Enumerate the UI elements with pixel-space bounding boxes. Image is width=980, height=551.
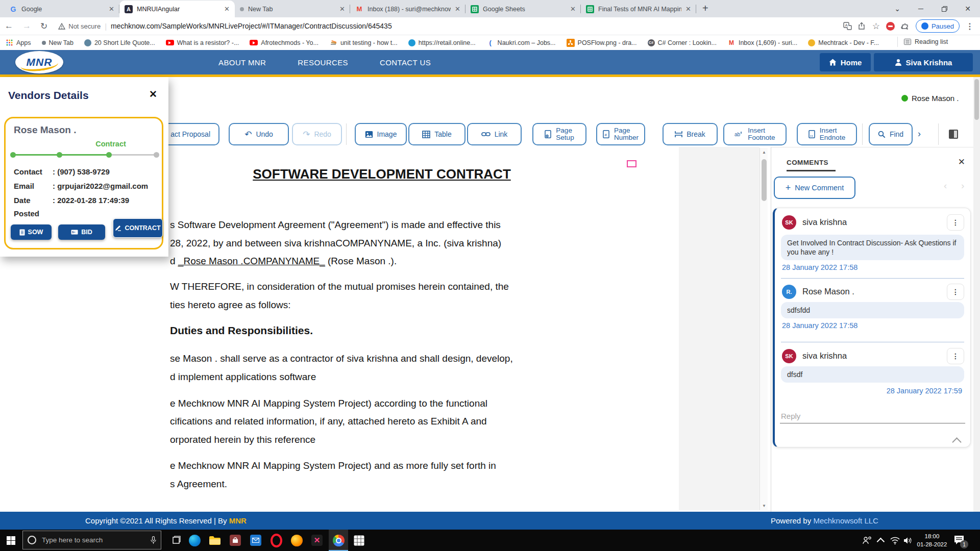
cortana-icon[interactable] [28, 536, 36, 544]
document-scrollbar[interactable]: ▲ ▼ [760, 148, 768, 510]
start-button[interactable] [4, 534, 17, 547]
nav-resources[interactable]: RESOURCES [298, 58, 348, 67]
mnr-logo[interactable]: MNR [15, 51, 63, 73]
tab-close-icon[interactable]: ✕ [339, 5, 345, 13]
new-tab-button[interactable]: + [702, 3, 708, 14]
comment-date[interactable]: 28 January 2022 17:59 [887, 387, 962, 395]
tab-close-icon[interactable]: ✕ [455, 5, 460, 13]
bookmark-posflow[interactable]: POSFlow.png - dra... [567, 39, 637, 47]
footer-brand-link[interactable]: MNR [229, 516, 247, 525]
comments-close-icon[interactable]: ✕ [958, 157, 965, 167]
url-text[interactable]: mechknow.com/SampleWorks/MNRLiveProject/… [111, 22, 392, 30]
toolbar-more-chevron-icon[interactable]: › [918, 129, 921, 139]
bookmark-resistor-video[interactable]: What is a resistor? -... [166, 39, 239, 46]
break-button[interactable]: Break [663, 123, 718, 145]
back-icon[interactable]: ← [5, 21, 13, 31]
new-comment-button[interactable]: + New Comment [774, 177, 855, 199]
taskbar-search-input[interactable] [41, 536, 151, 544]
bookmark-retail-online[interactable]: https://retail.online... [408, 39, 476, 46]
not-secure-warning[interactable]: Not secure [58, 22, 101, 30]
window-restore-button[interactable] [934, 0, 954, 17]
notification-center-icon[interactable]: 1 [952, 533, 966, 546]
firefox-icon[interactable] [290, 534, 303, 547]
sow-button[interactable]: SOW [11, 224, 52, 240]
tab-new-tab[interactable]: New Tab ✕ [235, 1, 350, 17]
comment-date[interactable]: 28 January 2022 17:58 [782, 321, 857, 330]
collapse-chevron-icon[interactable] [952, 437, 961, 446]
reading-list-button[interactable]: Reading list [903, 38, 948, 46]
mic-icon[interactable] [151, 536, 156, 544]
bookmark-apps[interactable]: Apps [5, 39, 31, 47]
tab-search-chevron-icon[interactable]: ⌄ [887, 0, 908, 17]
vendors-close-icon[interactable]: ✕ [149, 88, 157, 100]
wifi-icon[interactable] [888, 534, 901, 547]
bookmark-star-icon[interactable]: ☆ [872, 21, 880, 32]
comment-menu-icon[interactable]: ⋮ [947, 284, 964, 300]
comment-menu-icon[interactable]: ⋮ [947, 214, 964, 231]
opera-icon[interactable] [270, 534, 283, 547]
insert-footnote-button[interactable]: ab InsertFootnote [723, 123, 787, 145]
bookmark-mechtrack[interactable]: Mechtrack - Dev - F... [808, 39, 879, 46]
reload-icon[interactable]: ↻ [40, 21, 47, 32]
tab-google[interactable]: G Google ✕ [4, 1, 119, 17]
bid-button[interactable]: $= BID [58, 224, 105, 240]
taskbar-search[interactable] [22, 531, 161, 549]
bookmark-afrotechmods[interactable]: Afrotechmods - Yo... [250, 39, 318, 46]
adblock-extension-icon[interactable] [886, 22, 895, 31]
bookmark-naukri[interactable]: ( Naukri.com – Jobs... [486, 39, 556, 47]
redo-button[interactable]: ↷ Redo [292, 123, 342, 145]
people-icon[interactable] [861, 534, 874, 547]
bookmark-quotes[interactable]: 20 Short Life Quote... [84, 39, 155, 46]
tab-close-icon[interactable]: ✕ [109, 5, 114, 13]
browser-menu-icon[interactable]: ⋮ [966, 21, 974, 31]
link-button[interactable]: Link [467, 123, 522, 145]
x-app-icon[interactable]: ✕ [310, 534, 324, 547]
translate-icon[interactable]: A [843, 22, 852, 31]
share-icon[interactable] [858, 22, 866, 30]
reply-input[interactable] [780, 409, 965, 423]
window-minimize-button[interactable]: ─ [911, 0, 931, 17]
user-button[interactable]: Siva Krishna [874, 53, 973, 71]
file-explorer-icon[interactable] [208, 534, 222, 547]
table-button[interactable]: Table [408, 123, 465, 145]
bookmark-gmail-inbox[interactable]: M Inbox (1,609) - suri... [727, 39, 797, 47]
tray-expand-chevron-icon[interactable] [875, 534, 888, 547]
nav-contact-us[interactable]: CONTACT US [380, 58, 431, 67]
page-scrollbar[interactable] [973, 77, 980, 512]
comment-anchor-marker[interactable] [627, 160, 636, 167]
tab-final-tests[interactable]: Final Tests of MNR AI Mapping S ✕ [581, 1, 696, 17]
scroll-up-icon[interactable]: ▲ [760, 150, 768, 155]
comments-next-icon[interactable]: › [961, 180, 964, 191]
taskbar-clock[interactable]: 18:00 01-28-2022 [916, 532, 948, 548]
volume-icon[interactable] [901, 534, 915, 547]
scroll-down-icon[interactable]: ▼ [760, 504, 768, 508]
find-button[interactable]: Find [869, 123, 913, 145]
extensions-puzzle-icon[interactable] [901, 22, 910, 31]
tab-close-icon[interactable]: ✕ [224, 5, 230, 13]
powered-by-brand[interactable]: Mechknowsoft LLC [813, 516, 878, 525]
page-scrollbar-thumb[interactable] [974, 79, 979, 120]
insert-endnote-button[interactable]: InsertEndnote [797, 123, 857, 145]
store-icon[interactable] [229, 534, 242, 547]
chrome-icon[interactable] [332, 534, 345, 547]
comments-prev-icon[interactable]: ‹ [944, 180, 947, 191]
image-button[interactable]: Image [355, 123, 407, 145]
tab-close-icon[interactable]: ✕ [570, 5, 576, 13]
comment-menu-icon[interactable]: ⋮ [947, 348, 964, 364]
task-view-icon[interactable] [169, 534, 183, 547]
extension-paused-pill[interactable]: Paused [916, 19, 960, 33]
tab-close-icon[interactable]: ✕ [685, 5, 691, 13]
contract-button[interactable]: CONTRACT [113, 218, 163, 238]
bookmark-new-tab[interactable]: New Tab [42, 39, 74, 46]
comment-date[interactable]: 28 January 2022 17:58 [782, 263, 857, 271]
page-number-button[interactable]: # PageNumber [596, 123, 645, 145]
panel-toggle-icon[interactable] [948, 129, 959, 139]
bookmark-unit-testing[interactable]: unit testing - how t... [329, 39, 398, 47]
tab-mnruiangular[interactable]: A MNRUIAngular ✕ [119, 1, 235, 17]
undo-button[interactable]: ↶ Undo [229, 123, 289, 145]
edge-icon[interactable] [188, 534, 201, 547]
tab-google-sheets[interactable]: Google Sheets ✕ [465, 1, 581, 17]
home-button[interactable]: Home [820, 53, 871, 71]
window-close-button[interactable]: ✕ [958, 0, 978, 17]
mail-icon[interactable] [249, 534, 262, 547]
